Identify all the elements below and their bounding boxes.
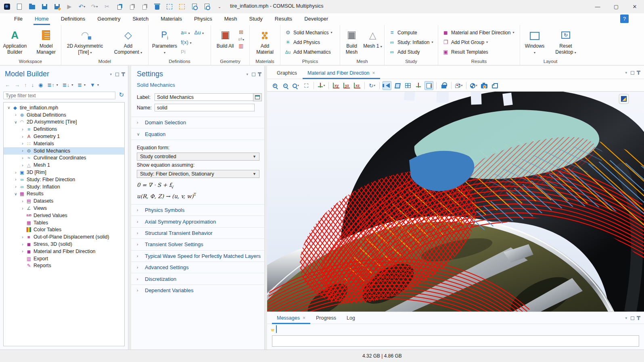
undo-icon[interactable]: ↶▾ [77,2,86,11]
open-file-icon[interactable] [27,2,36,11]
parameter-case-button[interactable]: Pi [181,49,186,55]
comsol-app-icon[interactable] [2,2,11,11]
tree-chevron-icon[interactable]: › [13,113,19,117]
show-icon[interactable]: ◉ [38,82,43,88]
tab-results[interactable]: Results [270,13,297,25]
add-component-button[interactable]: ◇ Add Component ▾ [112,27,145,56]
add-study-button[interactable]: ∞Add Study [389,48,438,56]
tree-item[interactable]: ∨◠2D Axisymmetric [Tire] [4,119,124,126]
panel-pin-icon[interactable] [638,71,639,75]
new-file-icon[interactable] [15,2,24,11]
tree-item[interactable]: ›AGeometry 1 [4,133,124,140]
zoom-extents-icon[interactable]: ⛶ [302,81,311,90]
settings-section-axial-symmetry-approximation[interactable]: ›Axial Symmetry Approximation [131,216,264,227]
minimize-button[interactable]: — [588,0,607,13]
nonlocal-couplings-button[interactable]: Δu ▾ [194,29,204,36]
tab-log[interactable]: Log [342,315,360,324]
panel-pin-icon[interactable] [638,316,639,320]
tab-study[interactable]: Study [244,13,268,25]
tab-graphics[interactable]: Graphics [272,70,302,79]
mesh-1-button[interactable]: △ Mesh 1 ▾ [363,27,383,55]
material-fiber-direction-dropdown[interactable]: ◼Material and Fiber Direction ▾ [442,28,520,37]
tree-chevron-icon[interactable]: › [20,235,25,239]
tree-item[interactable]: ›◼Stress, 3D (solid) [4,241,124,248]
back-icon[interactable]: ← [5,82,10,88]
tree-chevron-icon[interactable]: ∨ [6,105,12,110]
rotate-icon[interactable]: ↻▾ [368,81,376,90]
tree-chevron-icon[interactable]: › [20,149,25,153]
tree-item[interactable]: ›⊕Global Definitions [4,111,124,119]
paste-icon[interactable] [128,2,136,11]
duplicate-icon[interactable] [140,2,149,11]
tab-definitions[interactable]: Definitions [56,13,91,25]
panel-float-icon[interactable] [252,73,255,76]
tab-materials[interactable]: Materials [155,13,187,25]
tree-chevron-icon[interactable]: ∨ [13,120,19,124]
tree-item[interactable]: ›■Out-of-Plane Displacement (solid) [4,233,124,241]
tab-geometry[interactable]: Geometry [92,13,125,25]
panel-float-icon[interactable] [631,316,634,320]
partition-icon[interactable]: ▥ [238,43,245,49]
settings-section-transient-solver-settings[interactable]: ›Transient Solver Settings [131,239,264,250]
forward-icon[interactable]: → [15,82,20,88]
add-material-button[interactable]: Add Material [252,27,278,55]
settings-section-physics-symbols[interactable]: ›Physics Symbols [131,204,264,216]
update-geometry-icon[interactable]: ⇄▾ [238,36,245,42]
tree-item[interactable]: ▥Export [4,255,124,262]
save-as-icon[interactable] [52,2,61,11]
zoom-out-icon[interactable]: − [281,81,290,90]
tab-messages[interactable]: Messages× [272,315,310,324]
tree-item[interactable]: ›⚙Solid Mechanics [4,147,124,155]
application-builder-button[interactable]: A Application Builder [0,27,30,55]
add-physics-button[interactable]: ✳Add Physics [284,38,340,46]
windows-button[interactable]: Windows▾ [522,27,547,56]
tab-close-icon[interactable]: × [303,315,305,321]
draw-selection-icon[interactable] [178,2,186,11]
panel-menu-icon[interactable]: ▾ [625,71,627,75]
label-input[interactable] [155,93,255,101]
tree-chevron-icon[interactable]: › [20,127,25,132]
show-equation-select[interactable]: Study: Fiber Direction, Stationary▼ [137,170,259,178]
tab-file[interactable]: File [9,13,28,25]
view-grid-icon[interactable] [404,81,412,90]
tab-sketch[interactable]: Sketch [127,13,154,25]
color-legend-icon[interactable] [424,81,433,90]
transparency-icon[interactable] [393,81,402,90]
tree-chevron-icon[interactable]: › [13,184,19,189]
print-preview-icon[interactable] [203,2,211,11]
name-input[interactable] [155,104,255,111]
graphics-canvas[interactable] [267,91,644,312]
panel-pin-icon[interactable] [123,72,124,76]
tab-material-and-fiber-direction[interactable]: Material and Fiber Direction× [303,70,380,79]
settings-section-advanced-settings[interactable]: ›Advanced Settings [131,262,264,273]
lock-icon[interactable] [439,81,448,90]
close-button[interactable]: ✕ [625,0,644,13]
panel-float-icon[interactable] [631,71,634,75]
add-plot-group-button[interactable]: ❐Add Plot Group ▾ [442,38,520,46]
reset-desktop-button[interactable]: ↻ Reset Desktop ▾ [553,27,579,56]
zoom-in-icon[interactable]: + [270,81,279,90]
panel-menu-icon[interactable]: ▾ [110,72,112,76]
view-xz-icon[interactable]: xz [353,81,362,90]
move-up-icon[interactable]: ↑ [24,82,27,88]
tree-chevron-icon[interactable]: › [20,163,25,167]
show-axes-icon[interactable] [414,81,423,90]
tree-filter-input[interactable] [3,92,115,99]
tree-chevron-icon[interactable]: › [20,199,25,203]
tree-chevron-icon[interactable]: › [20,242,25,247]
delete-icon[interactable] [153,2,161,11]
run-icon[interactable]: ▶ [65,2,74,11]
tab-developer[interactable]: Developer [299,13,333,25]
panel-pin-icon[interactable] [259,72,260,76]
tree-item[interactable]: ›△Mesh 1 [4,161,124,169]
zoom-selection-icon[interactable] [165,2,174,11]
tree-item[interactable]: ›≈Curvilinear Coordinates [4,155,124,162]
toolbar-overflow-icon[interactable]: ⌄ [215,2,224,11]
settings-section-discretization[interactable]: ›Discretization [131,273,264,284]
study-inflation-dropdown[interactable]: ∞Study: Inflation ▾ [389,38,438,46]
tree-chevron-icon[interactable]: › [20,141,25,146]
tab-home[interactable]: Home [29,13,54,25]
add-mathematics-button[interactable]: ΔuAdd Mathematics [284,48,340,56]
section-domain-selection[interactable]: ›Domain Selection [131,117,264,128]
model-manager-button[interactable]: Model Manager [31,27,61,55]
